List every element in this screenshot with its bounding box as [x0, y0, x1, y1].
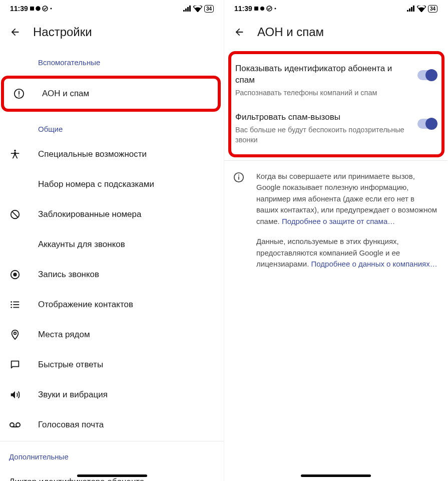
settings-screen: 11:39 34 Настройки Вспомогательные АОН и… [0, 0, 224, 481]
toggle-title: Показывать идентификатор абонента и спам [235, 63, 411, 86]
signal-icon [407, 6, 415, 12]
svg-point-4 [50, 8, 52, 10]
voicemail-icon [9, 419, 21, 431]
svg-point-8 [14, 150, 16, 152]
status-bar: 11:39 34 [0, 0, 224, 16]
alert-circle-icon [13, 88, 25, 100]
row-caller-id-spam[interactable]: АОН и спам [4, 79, 218, 109]
toggle-filter-spam[interactable]: Фильтровать спам-вызовы Вас больше не бу… [231, 105, 441, 152]
setting-label: Быстрые ответы [38, 360, 103, 370]
page-title: АОН и спам [257, 25, 324, 39]
toggle-title: Фильтровать спам-вызовы [235, 112, 411, 123]
row-call-recording[interactable]: Запись звонков [0, 260, 224, 290]
row-accessibility[interactable]: Специальные возможности [0, 139, 224, 169]
highlight-caller-id: АОН и спам [1, 76, 221, 112]
svg-point-2 [36, 7, 40, 11]
info-paragraph-2: Данные, используемые в этих функциях, пр… [256, 236, 437, 270]
setting-label: Звуки и вибрация [38, 390, 108, 400]
svg-rect-18 [13, 307, 19, 308]
section-aux: Вспомогательные [0, 48, 224, 73]
page-title: Настройки [33, 25, 92, 39]
svg-point-17 [11, 307, 12, 308]
list-icon [9, 299, 21, 311]
info-icon [233, 172, 244, 183]
row-display-options[interactable]: Отображение контактов [0, 290, 224, 320]
row-sounds-vibration[interactable]: Звуки и вибрация [0, 380, 224, 410]
svg-rect-7 [19, 96, 20, 97]
accessibility-icon [9, 148, 21, 160]
section-general: Общие [0, 115, 224, 139]
signal-icon [183, 6, 191, 12]
info-paragraph-1: Когда вы совершаете или принимаете вызов… [256, 171, 437, 227]
wifi-icon [193, 6, 202, 12]
toggle-subtitle: Вас больше не будут беспокоить подозрите… [235, 125, 411, 145]
setting-label: Запись звонков [38, 270, 99, 280]
nav-indicator[interactable] [77, 474, 147, 477]
info-block: Когда вы совершаете или принимаете вызов… [224, 162, 447, 284]
status-left-icons [254, 5, 282, 12]
toggle-subtitle: Распознавать телефоны компаний и спам [235, 88, 411, 98]
toggle-show-caller-id[interactable]: Показывать идентификатор абонента и спам… [231, 56, 441, 105]
link-company-data[interactable]: Подробнее о данных о компаниях… [311, 260, 437, 268]
back-button[interactable] [233, 26, 245, 38]
status-time: 11:39 [234, 5, 252, 13]
battery-level: 34 [204, 5, 214, 13]
row-calling-accounts[interactable]: Аккаунты для звонков [0, 229, 224, 260]
svg-point-13 [11, 301, 12, 303]
svg-rect-23 [254, 7, 258, 11]
svg-point-20 [10, 423, 14, 427]
header: Настройки [0, 16, 224, 48]
svg-point-19 [14, 332, 17, 335]
switch-show-caller-id[interactable] [417, 70, 436, 80]
row-nearby-places[interactable]: Места рядом [0, 320, 224, 350]
svg-point-12 [13, 273, 17, 276]
record-icon [9, 269, 21, 281]
row-quick-responses[interactable]: Быстрые ответы [0, 350, 224, 380]
setting-label: Диктор идентификатора абонента [9, 477, 144, 481]
back-button[interactable] [9, 26, 21, 38]
setting-label: Заблокированные номера [38, 209, 141, 219]
block-icon [9, 208, 21, 220]
svg-rect-14 [13, 302, 19, 303]
status-bar: 11:39 34 [224, 0, 447, 16]
row-assisted-dialing[interactable]: Набор номера с подсказками [0, 169, 224, 199]
row-voicemail[interactable]: Голосовая почта [0, 410, 224, 440]
link-spam-protection[interactable]: Подробнее о защите от спама… [282, 217, 395, 225]
nav-indicator[interactable] [301, 474, 371, 477]
setting-label: АОН и спам [42, 89, 89, 99]
svg-rect-0 [30, 7, 34, 11]
row-blocked-numbers[interactable]: Заблокированные номера [0, 199, 224, 229]
switch-filter-spam[interactable] [417, 119, 436, 129]
battery-level: 34 [428, 5, 437, 13]
header: АОН и спам [224, 16, 447, 48]
divider [224, 160, 447, 161]
setting-label: Голосовая почта [38, 420, 104, 430]
svg-rect-28 [238, 176, 239, 179]
setting-label: Специальные возможности [38, 149, 147, 159]
svg-point-26 [274, 8, 276, 10]
svg-rect-29 [238, 174, 239, 175]
setting-label: Места рядом [38, 330, 90, 340]
status-left-icons [30, 5, 58, 12]
arrow-left-icon [234, 27, 245, 38]
svg-rect-6 [19, 91, 20, 95]
wifi-icon [417, 6, 426, 12]
caller-id-spam-screen: 11:39 34 АОН и спам Показывать идентифик… [224, 0, 447, 481]
setting-label: Аккаунты для звонков [38, 239, 125, 250]
svg-line-10 [12, 211, 18, 217]
section-extra: Дополнительные [0, 442, 224, 467]
volume-icon [9, 389, 21, 401]
chat-icon [9, 359, 21, 371]
svg-point-24 [260, 7, 264, 11]
highlight-toggles: Показывать идентификатор абонента и спам… [228, 51, 444, 157]
status-time: 11:39 [10, 5, 28, 13]
location-icon [9, 329, 21, 341]
svg-rect-16 [13, 304, 19, 305]
setting-label: Отображение контактов [38, 300, 133, 310]
arrow-left-icon [10, 27, 21, 38]
divider [0, 441, 224, 441]
svg-point-15 [11, 304, 12, 306]
row-caller-id-announce[interactable]: Диктор идентификатора абонента [0, 467, 224, 481]
setting-label: Набор номера с подсказками [38, 179, 154, 189]
svg-point-21 [16, 423, 20, 427]
